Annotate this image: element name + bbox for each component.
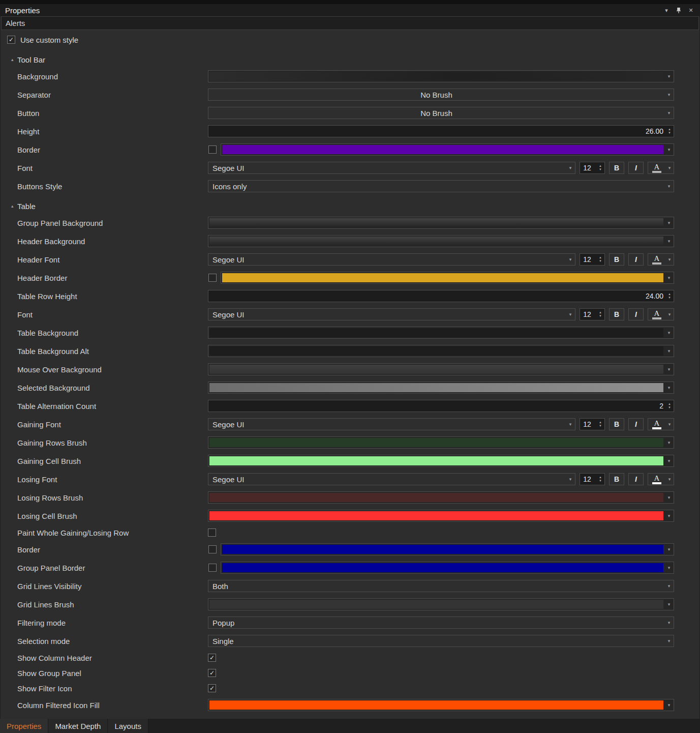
grid-lines-visibility-dropdown[interactable]: Both▾ — [208, 580, 674, 592]
italic-button[interactable]: I — [628, 418, 644, 430]
font-color-button[interactable]: A▾ — [648, 473, 674, 485]
section-header-tool-bar[interactable]: ▴Tool Bar — [0, 52, 700, 67]
selected-background-brush-picker[interactable]: ▾ — [208, 382, 674, 394]
collapse-icon[interactable]: ▴ — [11, 57, 17, 62]
use-custom-style-checkbox[interactable]: ✓ — [7, 36, 15, 44]
property-control: Segoe UI▾12▲▼BIA▾ — [208, 473, 674, 485]
italic-button[interactable]: I — [628, 473, 644, 485]
spin-up-icon[interactable]: ▲ — [599, 311, 602, 314]
button-dropdown[interactable]: No Brush▾ — [208, 107, 674, 119]
use-custom-style-row[interactable]: ✓ Use custom style — [0, 31, 700, 49]
group-panel-background-brush-picker[interactable]: ▾ — [208, 217, 674, 229]
italic-button[interactable]: I — [628, 308, 644, 320]
spin-up-icon[interactable]: ▲ — [599, 476, 602, 479]
font-size-spinner[interactable]: 12▲▼ — [580, 418, 605, 430]
pin-icon[interactable] — [673, 6, 685, 15]
border-checkbox[interactable] — [208, 545, 217, 553]
font-size-spinner[interactable]: 12▲▼ — [580, 162, 605, 174]
filtering-mode-dropdown[interactable]: Popup▾ — [208, 617, 674, 629]
italic-button[interactable]: I — [628, 253, 644, 266]
italic-button[interactable]: I — [628, 162, 644, 174]
spin-up-icon[interactable]: ▲ — [668, 128, 671, 131]
spin-down-icon[interactable]: ▼ — [599, 424, 602, 428]
spin-up-icon[interactable]: ▲ — [668, 402, 671, 406]
paint-whole-gaining-losing-row-checkbox[interactable] — [208, 529, 216, 537]
border-checkbox[interactable] — [208, 145, 217, 154]
spin-down-icon[interactable]: ▼ — [599, 314, 602, 318]
font-size-spinner[interactable]: 12▲▼ — [580, 473, 605, 485]
table-row-height-spinner[interactable]: 24.00▲▼ — [208, 290, 674, 302]
group-panel-border-checkbox[interactable] — [208, 564, 217, 572]
tab-properties[interactable]: Properties — [0, 719, 48, 733]
table-alternation-count-spinner[interactable]: 2▲▼ — [208, 400, 674, 412]
target-selector-box[interactable]: Alerts — [1, 16, 699, 30]
dropdown-value: Icons only — [208, 182, 664, 191]
height-spinner[interactable]: 26.00▲▼ — [208, 125, 674, 137]
gaining-font-family-dropdown[interactable]: Segoe UI▾ — [208, 418, 575, 430]
spin-up-icon[interactable]: ▲ — [668, 292, 671, 296]
property-label: Losing Rows Brush — [0, 493, 208, 502]
border-brush-picker[interactable]: ▾ — [221, 543, 674, 555]
spin-down-icon[interactable]: ▼ — [668, 406, 671, 409]
tab-layouts[interactable]: Layouts — [108, 719, 148, 733]
header-border-brush-picker[interactable]: ▾ — [221, 272, 674, 284]
background-brush-picker[interactable]: ▾ — [208, 70, 674, 82]
spin-up-icon[interactable]: ▲ — [599, 164, 602, 168]
spin-up-icon[interactable]: ▲ — [599, 256, 602, 259]
close-icon[interactable]: ✕ — [685, 6, 697, 15]
font-color-button[interactable]: A▾ — [648, 418, 674, 430]
bold-button[interactable]: B — [609, 308, 624, 320]
table-background-brush-picker[interactable]: ▾ — [208, 327, 674, 339]
bold-button[interactable]: B — [609, 418, 624, 430]
collapse-icon[interactable]: ▴ — [11, 203, 17, 209]
font-family-dropdown[interactable]: Segoe UI▾ — [208, 162, 575, 174]
spin-down-icon[interactable]: ▼ — [599, 479, 602, 483]
section-header-table[interactable]: ▴Table — [0, 198, 700, 214]
font-size-spinner[interactable]: 12▲▼ — [580, 253, 605, 266]
header-border-checkbox[interactable] — [208, 274, 217, 282]
font-color-button[interactable]: A▾ — [648, 162, 674, 174]
font-color-button[interactable]: A▾ — [648, 308, 674, 320]
losing-cell-brush-brush-picker[interactable]: ▾ — [208, 510, 674, 522]
tab-market-depth[interactable]: Market Depth — [48, 719, 108, 733]
mouse-over-background-brush-picker[interactable]: ▾ — [208, 363, 674, 375]
spin-up-icon[interactable]: ▲ — [599, 421, 602, 424]
group-panel-border-brush-picker[interactable]: ▾ — [221, 562, 674, 574]
bold-button[interactable]: B — [609, 473, 624, 485]
spin-down-icon[interactable]: ▼ — [668, 296, 671, 300]
spinner-buttons: ▲▼ — [596, 421, 604, 428]
property-label: Buttons Style — [0, 182, 208, 191]
property-label: Background — [0, 72, 208, 81]
header-font-family-dropdown[interactable]: Segoe UI▾ — [208, 253, 575, 266]
buttons-style-dropdown[interactable]: Icons only▾ — [208, 180, 674, 192]
gaining-cell-brush-brush-picker[interactable]: ▾ — [208, 455, 674, 467]
column-filtered-icon-fill-brush-picker[interactable]: ▾ — [208, 699, 674, 711]
show-group-panel-checkbox[interactable]: ✓ — [208, 669, 216, 677]
target-selector[interactable]: Alerts — [0, 16, 700, 31]
font-color-button[interactable]: A▾ — [648, 253, 674, 266]
separator-dropdown[interactable]: No Brush▾ — [208, 89, 674, 101]
selection-mode-dropdown[interactable]: Single▾ — [208, 635, 674, 647]
show-column-header-checkbox[interactable]: ✓ — [208, 654, 216, 662]
show-filter-icon-checkbox[interactable]: ✓ — [208, 684, 216, 692]
dropdown-value: No Brush — [208, 91, 664, 99]
spin-down-icon[interactable]: ▼ — [599, 259, 602, 263]
bold-button[interactable]: B — [609, 162, 624, 174]
spinner-value: 26.00 — [208, 127, 665, 135]
panel-menu-caret-icon[interactable]: ▾ — [660, 6, 673, 15]
gaining-rows-brush-brush-picker[interactable]: ▾ — [208, 436, 674, 449]
losing-rows-brush-brush-picker[interactable]: ▾ — [208, 491, 674, 504]
bold-button[interactable]: B — [609, 253, 624, 266]
font-family-dropdown[interactable]: Segoe UI▾ — [208, 308, 575, 320]
grid-lines-brush-brush-picker[interactable]: ▾ — [208, 598, 674, 610]
border-brush-picker[interactable]: ▾ — [221, 143, 674, 156]
losing-font-family-dropdown[interactable]: Segoe UI▾ — [208, 473, 575, 485]
spin-down-icon[interactable]: ▼ — [668, 131, 671, 135]
property-label: Grid Lines Visibility — [0, 582, 208, 591]
header-background-brush-picker[interactable]: ▾ — [208, 235, 674, 247]
table-background-alt-brush-picker[interactable]: ▾ — [208, 345, 674, 357]
bottom-tab-bar: Properties Market Depth Layouts — [0, 719, 700, 733]
font-size-spinner[interactable]: 12▲▼ — [580, 308, 605, 320]
spin-down-icon[interactable]: ▼ — [599, 168, 602, 171]
property-row-font: FontSegoe UI▾12▲▼BIA▾ — [0, 159, 700, 177]
